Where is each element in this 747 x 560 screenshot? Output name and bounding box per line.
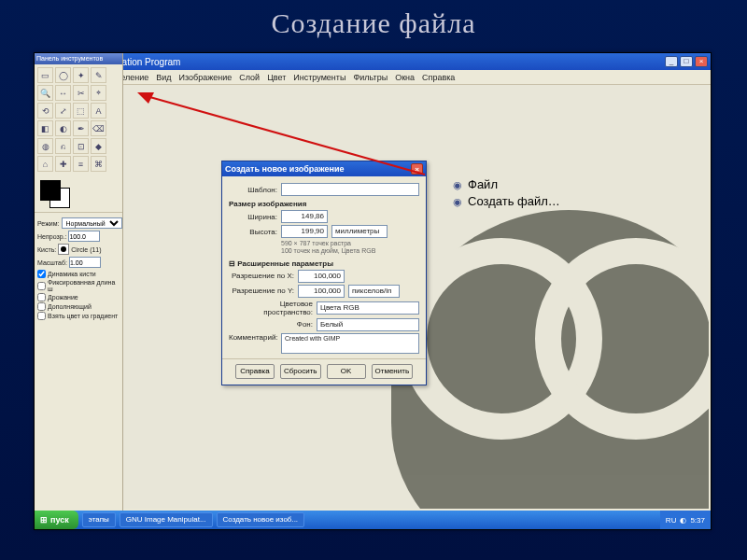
template-label: Шаблон: [229,186,277,194]
tool-icon-11[interactable]: A [91,103,106,119]
minimize-button[interactable]: _ [665,56,678,67]
option-check-0[interactable]: Динамика кисти [37,270,120,278]
help-button[interactable]: Справка [235,364,275,379]
option-check-label-0: Динамика кисти [48,271,96,277]
tool-icon-22[interactable]: ≡ [73,156,89,172]
menu-color[interactable]: Цвет [267,73,286,82]
unit-combo[interactable]: миллиметры [331,225,388,238]
tool-icon-19[interactable]: ◆ [91,138,106,154]
menu-view[interactable]: Вид [156,73,171,82]
dialog-close-button[interactable]: × [411,163,423,175]
option-checkbox-0[interactable] [37,270,46,278]
tool-icon-18[interactable]: ⊡ [73,138,89,154]
close-button[interactable]: × [695,56,708,67]
resy-input[interactable]: 100,000 [298,285,345,298]
task-item-1[interactable]: этапы [82,512,116,527]
slide-title: Создание файла [0,0,747,45]
tool-icon-3[interactable]: ✎ [91,67,106,83]
tool-icon-4[interactable]: 🔍 [37,85,53,101]
new-image-dialog: Создать новое изображение × Шаблон: Разм… [221,161,427,385]
windows-logo-icon: ⊞ [40,515,48,525]
comment-label: Комментарий: [229,333,277,342]
scale-input[interactable] [69,257,101,268]
template-combo[interactable] [281,183,419,196]
colorspace-combo[interactable]: Цвета RGB [317,301,419,315]
menu-windows[interactable]: Окна [395,73,415,82]
mode-select[interactable]: Нормальный [62,217,122,229]
tool-icon-2[interactable]: ✦ [73,67,89,83]
advanced-expander[interactable]: ⊟ Расширенные параметры [229,259,419,268]
language-indicator[interactable]: RU [666,516,677,525]
option-check-label-2: Дрожание [48,294,78,301]
windows-taskbar: ⊞ пуск этапы GNU Image Manipulat... Созд… [35,511,711,529]
tool-icon-13[interactable]: ◐ [55,120,71,136]
option-checkbox-1[interactable] [37,282,46,290]
tool-icon-9[interactable]: ⤢ [55,103,71,119]
instruction-bullets: Файл Создать файл… [453,175,560,211]
system-tray: RU ◐ 5:37 [660,511,711,529]
tool-options: Режим: Нормальный Непрозр.: Кисть: Circl… [35,212,122,320]
toolbox-title: Панель инструментов [35,53,122,64]
opacity-label: Непрозр.: [37,233,66,240]
task-item-2[interactable]: GNU Image Manipulat... [120,512,213,527]
ok-button[interactable]: OK [327,364,366,379]
option-check-1[interactable]: Фиксированная длина ш [37,279,120,292]
scale-label: Масштаб: [37,259,67,266]
maximize-button[interactable]: □ [680,56,693,67]
option-check-3[interactable]: Дополняющий [37,302,120,311]
menu-help[interactable]: Справка [422,73,455,82]
size-section-label: Размер изображения [229,200,419,208]
tool-icon-15[interactable]: ⌫ [91,120,106,136]
brush-preview-icon [61,246,66,252]
screenshot-frame: GNU Image Manipulation Program _ □ × Фай… [34,52,712,530]
tool-icon-8[interactable]: ⟲ [37,103,53,119]
tool-icon-12[interactable]: ◧ [37,120,53,136]
start-button[interactable]: ⊞ пуск [35,511,78,529]
menu-tools[interactable]: Инструменты [293,73,345,82]
tray-icon[interactable]: ◐ [680,516,686,525]
tool-icon-1[interactable]: ◯ [55,67,71,83]
reset-button[interactable]: Сбросить [280,364,321,379]
height-input[interactable]: 199,90 [281,225,328,238]
comment-textarea[interactable]: Created with GIMP [281,333,419,354]
tool-icon-5[interactable]: ↔ [55,85,71,101]
tool-icon-7[interactable]: ⌖ [91,85,106,101]
owl-background-image [391,210,709,509]
option-check-2[interactable]: Дрожание [37,293,120,301]
bullet-create: Создать файл… [453,194,560,208]
menu-layer[interactable]: Слой [239,73,260,82]
app-titlebar: GNU Image Manipulation Program _ □ × [35,53,711,70]
option-checkbox-3[interactable] [37,302,46,311]
res-unit-combo[interactable]: пикселов/in [348,285,400,298]
width-input[interactable]: 149,86 [281,210,328,223]
tool-icon-16[interactable]: ◍ [37,138,53,154]
tool-icon-0[interactable]: ▭ [37,67,53,83]
cancel-button[interactable]: Отменить [372,364,414,379]
option-check-4[interactable]: Взять цвет из градиент [37,312,120,320]
foreground-swatch[interactable] [40,180,61,201]
colorspace-label: Цветовое пространство: [229,300,313,316]
tool-icon-10[interactable]: ⬚ [73,103,89,119]
toolbox-panel: Панель инструментов ▭◯✦✎🔍↔✂⌖⟲⤢⬚A◧◐✒⌫◍⎌⊡◆… [35,53,123,511]
tool-icon-20[interactable]: ⌂ [37,156,53,172]
fill-combo[interactable]: Белый [317,318,419,331]
option-checkbox-2[interactable] [37,293,46,301]
fill-label: Фон: [229,320,313,329]
mode-label: Режим: [37,220,60,227]
tool-icon-14[interactable]: ✒ [73,120,89,136]
menu-filters[interactable]: Фильтры [353,73,388,82]
tool-icon-6[interactable]: ✂ [73,85,89,101]
option-checkbox-4[interactable] [37,312,46,320]
color-swatches[interactable] [38,180,119,208]
tool-icon-23[interactable]: ⌘ [91,156,106,172]
resy-label: Разрешение по Y: [229,287,294,295]
opacity-input[interactable] [68,231,100,242]
width-label: Ширина: [229,213,277,221]
tool-icon-17[interactable]: ⎌ [55,138,71,154]
brush-name: Circle (11) [71,246,101,253]
clock: 5:37 [690,516,705,525]
task-item-3[interactable]: Создать новое изоб... [217,512,305,527]
resx-input[interactable]: 100,000 [298,270,345,283]
tool-icon-21[interactable]: ✚ [55,156,71,172]
menu-image[interactable]: Изображение [179,73,233,82]
